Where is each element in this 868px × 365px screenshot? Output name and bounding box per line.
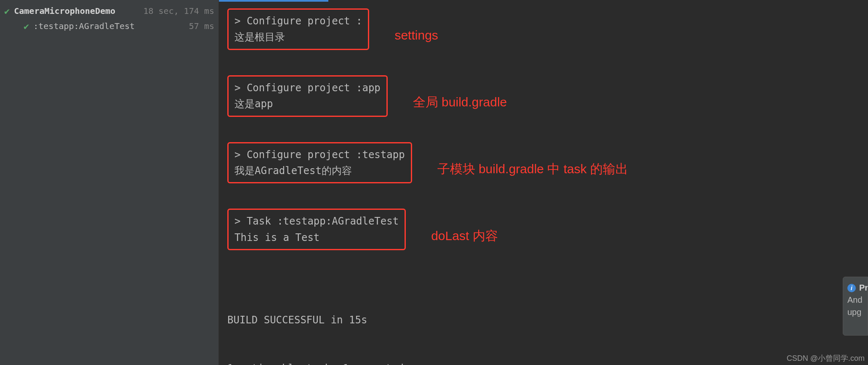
popup-header: i Pro bbox=[847, 283, 863, 293]
annotation-settings: settings bbox=[394, 25, 438, 45]
notification-popup[interactable]: i Pro And upg bbox=[843, 277, 868, 336]
popup-line: upg bbox=[847, 307, 863, 317]
console-row: > Configure project :testapp 我是AGradleTe… bbox=[227, 142, 860, 196]
console-line: > Configure project :testapp bbox=[234, 147, 405, 163]
progress-bar bbox=[219, 0, 328, 2]
console-block-configure-app: > Configure project :app 这是app bbox=[227, 75, 388, 117]
annotation-global-build: 全局 build.gradle bbox=[413, 92, 507, 112]
tree-time: 57 ms bbox=[186, 21, 214, 31]
console-block-configure-root: > Configure project : 这是根目录 bbox=[227, 8, 369, 50]
check-icon: ✔ bbox=[4, 6, 10, 16]
console-row: > Task :testapp:AGradleTest This is a Te… bbox=[227, 209, 860, 263]
annotation-dolast: doLast 内容 bbox=[431, 226, 498, 246]
console-line: 我是AGradleTest的内容 bbox=[234, 163, 405, 179]
tree-row-task[interactable]: ✔ :testapp:AGradleTest 57 ms bbox=[0, 19, 218, 34]
console-block-task: > Task :testapp:AGradleTest This is a Te… bbox=[227, 209, 406, 250]
test-tree-sidebar: ✔ CameraMicrophoneDemo 18 sec, 174 ms ✔ … bbox=[0, 0, 219, 365]
console-line: This is a Test bbox=[234, 230, 399, 246]
build-result: BUILD SUCCESSFUL in 15s 1 actionable tas… bbox=[227, 280, 860, 365]
check-icon: ✔ bbox=[24, 21, 29, 32]
console-row: > Configure project : 这是根目录 settings bbox=[227, 8, 860, 63]
output-line: BUILD SUCCESSFUL in 15s bbox=[227, 312, 860, 328]
console-line: > Configure project : bbox=[234, 13, 362, 29]
console-line: 这是根目录 bbox=[234, 29, 362, 45]
popup-title: Pro bbox=[859, 283, 868, 293]
tree-label: CameraMicrophoneDemo bbox=[14, 6, 115, 16]
popup-line: And bbox=[847, 295, 863, 305]
console-line: > Configure project :app bbox=[234, 80, 381, 96]
console-line: 这是app bbox=[234, 96, 381, 112]
tree-label: :testapp:AGradleTest bbox=[33, 21, 135, 31]
console-block-configure-testapp: > Configure project :testapp 我是AGradleTe… bbox=[227, 142, 412, 184]
annotation-submodule-task: 子模块 build.gradle 中 task 的输出 bbox=[437, 159, 628, 179]
console-output: > Configure project : 这是根目录 settings > C… bbox=[219, 0, 868, 365]
tree-row-root[interactable]: ✔ CameraMicrophoneDemo 18 sec, 174 ms bbox=[0, 3, 218, 19]
console-row: > Configure project :app 这是app 全局 build.… bbox=[227, 75, 860, 130]
output-line: 1 actionable task: 1 executed bbox=[227, 360, 860, 365]
watermark: CSDN @小曾同学.com bbox=[787, 353, 865, 363]
console-line: > Task :testapp:AGradleTest bbox=[234, 213, 399, 229]
tree-time: 18 sec, 174 ms bbox=[140, 6, 214, 16]
info-icon: i bbox=[847, 284, 856, 292]
